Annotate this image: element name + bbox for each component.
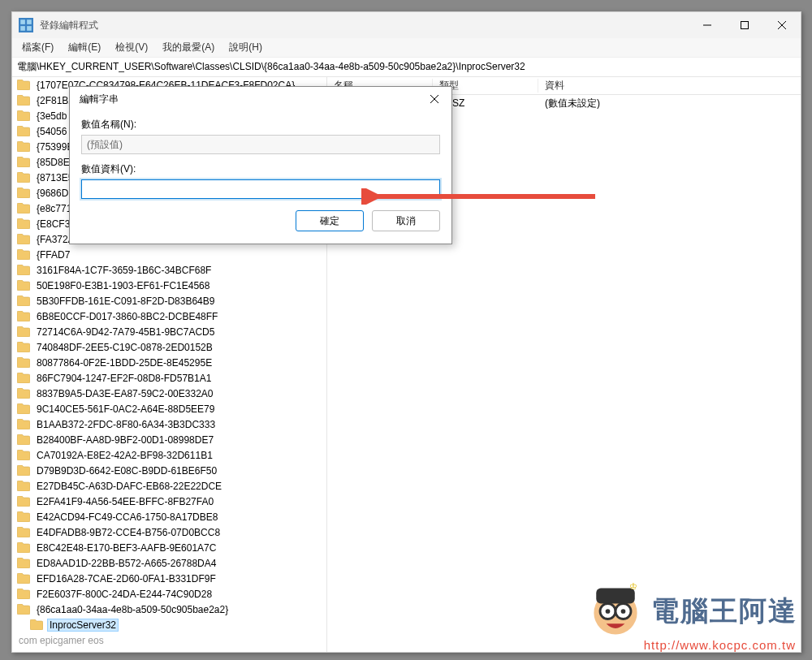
menu-view[interactable]: 檢視(V) [109,39,154,56]
tree-item[interactable]: 6B8E0CCF-D017-3860-8BC2-DCBE48FF [12,308,326,324]
tree-item-label: F2E6037F-800C-24DA-E244-74C90D28 [35,589,214,600]
svg-point-12 [621,609,626,614]
tree-item-label: E27DB45C-A63D-DAFC-EB68-22E22DCE [35,481,223,492]
tree-item-label: 80877864-0F2E-1BDD-25DE-8E45295E [35,357,214,369]
dialog-body: 數值名稱(N): 數值資料(V): 確定 取消 [70,111,451,244]
tree-item-label: {9686D [35,188,70,199]
tree-item[interactable]: 5B30FFDB-161E-C091-8F2D-D83B64B9 [12,293,326,308]
tree-item[interactable]: CA70192A-E8E2-42A2-BF98-32D611B1 [12,447,326,463]
tree-item-label: D79B9D3D-6642-E08C-B9DD-61BE6F50 [35,465,218,477]
dialog-titlebar: 編輯字串 [70,87,451,111]
tree-item[interactable]: E4DFADB8-9B72-CCE4-B756-07D0BCC8 [12,524,326,540]
tree-item-label: 86FC7904-1247-EF2F-08D8-FD57B1A1 [35,373,213,384]
window-title: 登錄編輯程式 [40,19,689,32]
address-text: 電腦\HKEY_CURRENT_USER\Software\Classes\CL… [17,60,525,74]
tree-item-label: EFD16A28-7CAE-2D60-0FA1-B331DF9F [35,573,218,585]
svg-rect-2 [27,19,32,24]
tree-item-label: 5B30FFDB-161E-C091-8F2D-D83B64B9 [35,295,216,307]
tree-item-label: 6B8E0CCF-D017-3860-8BC2-DCBE48FF [35,311,219,322]
tree-item-label: {86ca1aa0-34aa-4e8b-a509-50c905bae2a2} [35,604,230,615]
svg-point-11 [606,609,611,614]
tree-item-label: 3161F84A-1C7F-3659-1B6C-34BCF68F [35,265,213,276]
tree-item-label: CA70192A-E8E2-42A2-BF98-32D611B1 [35,450,214,461]
dialog-buttons: 確定 取消 [81,210,440,231]
svg-rect-3 [20,26,25,31]
tree-item[interactable]: ED8AAD1D-22BB-B572-A665-26788DA4 [12,555,326,571]
tree-item-label: 9C140CE5-561F-0AC2-A64E-88D5EE79 [35,403,216,415]
tree-item-label: E4DFADB8-9B72-CCE4-B756-07D0BCC8 [35,527,222,538]
tree-item[interactable]: E8C42E48-E170-BEF3-AAFB-9E601A7C [12,540,326,555]
maximize-button[interactable] [726,12,763,38]
tree-item[interactable]: EFD16A28-7CAE-2D60-0FA1-B331DF9F [12,571,326,586]
tree-item[interactable]: F2E6037F-800C-24DA-E244-74C90D28 [12,586,326,602]
tree-item[interactable]: E2FA41F9-4A56-54EE-BFFC-8FB27FA0 [12,494,326,509]
menu-edit[interactable]: 編輯(E) [62,39,107,56]
tree-item[interactable]: B28400BF-AA8D-9BF2-00D1-08998DE7 [12,432,326,447]
tree-item[interactable]: com epicgamer eos [12,632,326,648]
tree-item[interactable]: E27DB45C-A63D-DAFC-EB68-22E22DCE [12,478,326,494]
col-data[interactable]: 資料 [538,79,801,93]
edit-string-dialog: 編輯字串 數值名稱(N): 數值資料(V): 確定 取消 [69,86,452,244]
cell-data: (數值未設定) [538,97,801,110]
tree-item[interactable]: 9C140CE5-561F-0AC2-A64E-88D5EE79 [12,401,326,416]
tree-item-label: E42ACD94-FC49-CCA6-1750-8A17DBE8 [35,511,219,523]
tree-item-label: E8C42E48-E170-BEF3-AAFB-9E601A7C [35,542,218,554]
tree-item-label: {FFAD7 [35,249,71,261]
menu-favorites[interactable]: 我的最愛(A) [156,39,221,56]
value-data-input[interactable] [81,179,440,199]
tree-item[interactable]: 80877864-0F2E-1BDD-25DE-8E45295E [12,355,326,370]
ok-button[interactable]: 確定 [296,210,364,231]
tree-item[interactable]: D79B9D3D-6642-E08C-B9DD-61BE6F50 [12,463,326,478]
tree-item[interactable]: 8837B9A5-DA3E-EA87-59C2-00E332A0 [12,386,326,401]
close-button[interactable] [763,12,801,38]
tree-item-label: 740848DF-2EE5-C19C-0878-2ED0152B [35,342,214,353]
value-name-input[interactable] [81,135,440,154]
tree-item-label: {54056 [35,126,68,137]
tree-item-label: 72714C6A-9D42-7A79-45B1-9BC7ACD5 [35,326,216,338]
value-name-label: 數值名稱(N): [81,118,440,132]
tree-item[interactable]: 3161F84A-1C7F-3659-1B6C-34BCF68F [12,262,326,278]
watermark-mascot: ♔ [585,580,646,642]
menu-file[interactable]: 檔案(F) [15,39,60,56]
tree-item[interactable]: 50E198F0-E3B1-1903-EF61-FC1E4568 [12,278,326,293]
tree-item-label: ED8AAD1D-22BB-B572-A665-26788DA4 [35,558,218,569]
tree-item[interactable]: 72714C6A-9D42-7A79-45B1-9BC7ACD5 [12,324,326,339]
tree-item-label: {3e5db [35,110,68,122]
cancel-button[interactable]: 取消 [372,210,440,231]
svg-rect-5 [741,22,749,29]
tree-item[interactable]: E42ACD94-FC49-CCA6-1750-8A17DBE8 [12,509,326,524]
tree-item[interactable]: {86ca1aa0-34aa-4e8b-a509-50c905bae2a2} [12,602,326,617]
tree-item-label: 8837B9A5-DA3E-EA87-59C2-00E332A0 [35,388,214,399]
tree-item-label: B28400BF-AA8D-9BF2-00D1-08998DE7 [35,434,215,446]
app-icon [19,18,33,32]
tree-item[interactable]: 740848DF-2EE5-C19C-0878-2ED0152B [12,339,326,355]
menu-help[interactable]: 說明(H) [222,39,269,56]
minimize-button[interactable] [689,12,726,38]
value-data-label: 數值資料(V): [81,162,440,176]
tree-item[interactable]: 86FC7904-1247-EF2F-08D8-FD57B1A1 [12,370,326,386]
tree-item-label: {85D8E [35,157,71,168]
watermark: ♔ 電腦王阿達 [585,580,797,642]
titlebar: 登錄編輯程式 [12,12,801,38]
watermark-text: 電腦王阿達 [651,593,797,630]
menubar: 檔案(F) 編輯(E) 檢視(V) 我的最愛(A) 說明(H) [12,38,801,58]
tree-item-label: {e8c771 [35,203,73,214]
tree-item-selected[interactable]: InprocServer32 [12,617,326,632]
tree-item-label: E2FA41F9-4A56-54EE-BFFC-8FB27FA0 [35,496,215,507]
tree-item[interactable]: B1AAB372-2FDC-8F80-6A34-3B3DC333 [12,416,326,432]
tree-item-label: B1AAB372-2FDC-8F80-6A34-3B3DC333 [35,419,217,430]
tree-item-label: 50E198F0-E3B1-1903-EF61-FC1E4568 [35,280,211,291]
tree-item-label: InprocServer32 [48,619,118,631]
tree-item[interactable]: {FFAD7 [12,247,326,262]
dialog-close-button[interactable] [419,87,450,111]
svg-text:♔: ♔ [629,581,637,591]
address-bar[interactable]: 電腦\HKEY_CURRENT_USER\Software\Classes\CL… [12,58,801,77]
svg-rect-4 [27,26,32,31]
dialog-title: 編輯字串 [80,93,419,106]
svg-rect-1 [20,19,25,24]
watermark-url: http://www.kocpc.com.tw [644,638,796,652]
window-controls [689,12,801,38]
